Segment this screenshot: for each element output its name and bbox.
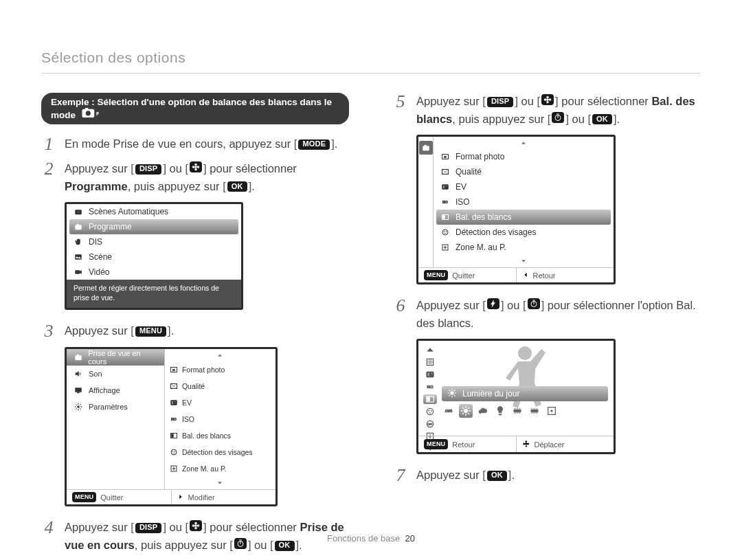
disp-key: DISP xyxy=(135,523,161,533)
zone-icon xyxy=(440,243,450,252)
step-body: En mode Prise de vue en cours, appuyez s… xyxy=(65,135,337,153)
key-wrap xyxy=(186,162,207,175)
mode-item: Scènes Automatiques xyxy=(67,204,241,219)
key-wrap: OK xyxy=(223,180,251,192)
step-text: ou xyxy=(166,521,186,533)
wb-icon xyxy=(440,212,450,222)
chevron-down-icon xyxy=(520,256,527,266)
key-wrap: OK xyxy=(588,113,617,125)
chevron-down-icon xyxy=(216,478,223,488)
menu-tab-label: Paramètres xyxy=(89,403,128,411)
footer-left: MENURetour xyxy=(418,436,516,452)
key-wrap xyxy=(482,299,504,311)
menu-item: Détection des visages xyxy=(165,444,276,460)
footer-left: MENUQuitter xyxy=(67,490,171,504)
ok-key: OK xyxy=(227,181,247,192)
menu-item-label: Qualité xyxy=(182,382,205,390)
step-body: Appuyez sur DISP ou pour sélectionner Pr… xyxy=(65,160,349,195)
step-text: ou xyxy=(569,113,588,125)
menu-tab-label: Son xyxy=(89,370,102,378)
footer-left: MENUQuitter xyxy=(418,268,516,282)
mode-item: Vidéo xyxy=(67,265,241,280)
key-wrap: MODE xyxy=(294,137,335,150)
face-icon xyxy=(169,447,179,457)
shoot-menu-item: Qualité xyxy=(434,164,614,179)
step-text: En mode Prise de vue en cours, appuyez s… xyxy=(65,137,294,150)
custom-icon xyxy=(545,404,559,418)
key-wrap xyxy=(537,95,559,107)
ev-icon xyxy=(440,182,450,192)
footer-label: Modifier xyxy=(188,493,215,502)
flower-icon xyxy=(190,520,202,531)
menu-item-label: EV xyxy=(182,399,192,407)
menu-key: MENU xyxy=(135,326,166,337)
chevron-up-icon xyxy=(520,138,527,148)
step-text: Appuyez sur xyxy=(65,521,131,533)
shoot-menu-item: Format photo xyxy=(434,149,614,164)
menu-item-label: Format photo xyxy=(182,366,225,374)
mode-label: Scène xyxy=(89,252,112,262)
page-section-title: Sélection des options xyxy=(41,49,701,66)
right-icon xyxy=(177,493,184,502)
key-wrap xyxy=(523,299,544,311)
flash-icon xyxy=(487,298,499,309)
footer-label: Quitter xyxy=(100,493,123,502)
chevron-up-icon xyxy=(423,345,437,355)
key-wrap xyxy=(548,113,569,125)
example-pill: Exemple : Sélection d'une option de bala… xyxy=(41,93,349,124)
footer-label: Retour xyxy=(452,440,475,449)
wb-options-row xyxy=(442,403,608,419)
menu-tab: Prise de vue en cours xyxy=(67,349,164,366)
disp-key: DISP xyxy=(487,97,513,107)
mode-key: MODE xyxy=(298,139,330,150)
step-number: 2 xyxy=(41,160,56,178)
step-text: . xyxy=(617,113,620,125)
disp-key: DISP xyxy=(135,164,161,175)
camera-icon xyxy=(74,352,82,362)
quality-icon xyxy=(169,381,179,391)
awb-icon xyxy=(442,404,456,418)
wb-sidebar xyxy=(421,344,439,433)
menu-panel: Prise de vue en coursSonAffichageParamèt… xyxy=(65,347,278,506)
left-icon xyxy=(522,271,529,280)
iso-icon xyxy=(423,382,437,392)
footer-section-label: Fonctions de base xyxy=(327,533,400,544)
step-3: 3 Appuyez sur MENU. xyxy=(41,322,349,340)
ok-key: OK xyxy=(487,471,507,481)
step-7: 7 Appuyez sur OK. xyxy=(393,467,701,484)
menu-tab: Paramètres xyxy=(67,399,164,415)
timer-icon xyxy=(528,298,540,309)
step-text: Appuyez sur xyxy=(416,95,482,107)
menu-key: MENU xyxy=(424,439,448,449)
menu-item: ISO xyxy=(165,411,276,427)
gear-icon xyxy=(74,402,83,412)
shoot-menu-item: EV xyxy=(434,179,614,194)
size-icon xyxy=(440,152,450,161)
menu-item: Format photo xyxy=(165,361,276,378)
menu-item: Zone M. au P. xyxy=(165,460,276,477)
face-icon xyxy=(440,227,450,237)
footer-label: Retour xyxy=(533,271,556,280)
wb-icon xyxy=(423,394,437,404)
menu-tab-label: Affichage xyxy=(89,386,120,394)
hand-icon xyxy=(74,237,83,247)
menu-item-label: Détection des visages xyxy=(182,448,253,456)
footer-label: Quitter xyxy=(452,271,475,280)
fluh-icon xyxy=(510,404,524,418)
step-body: Appuyez sur OK. xyxy=(416,467,515,484)
menu-item-label: Bal. des blancs xyxy=(182,432,231,440)
menu-item-label: Zone M. au P. xyxy=(182,464,227,473)
step-body: Appuyez sur ou pour sélectionner l'optio… xyxy=(416,297,701,332)
menu-item: Qualité xyxy=(165,378,276,394)
menu-tab: Affichage xyxy=(67,382,164,399)
move-icon xyxy=(522,440,530,449)
step-text: , puis appuyez sur xyxy=(452,113,548,125)
flul-icon xyxy=(528,404,541,418)
step-1: 1 En mode Prise de vue en cours, appuyez… xyxy=(41,135,349,153)
step-text: pour sélectionner xyxy=(207,521,300,533)
timer-icon xyxy=(552,112,564,123)
ev-icon xyxy=(423,370,437,379)
menu-left-pane: Prise de vue en coursSonAffichageParamèt… xyxy=(67,349,165,489)
white-balance-panel: Lumière du jour MENURetour Déplacer xyxy=(416,339,616,454)
shoot-menu-panel: Format photoQualitéEVISOBal. des blancsD… xyxy=(416,135,616,284)
